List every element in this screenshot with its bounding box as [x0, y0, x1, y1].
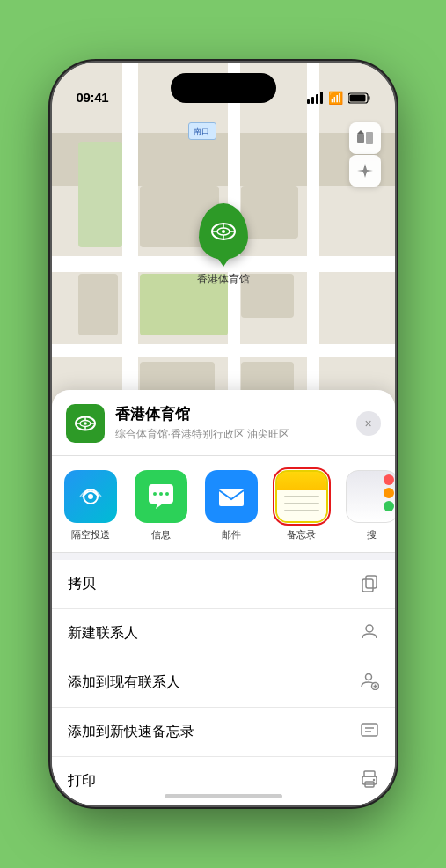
action-new-contact[interactable]: 新建联系人 [52, 609, 395, 658]
svg-point-29 [365, 674, 371, 680]
action-print-label: 打印 [68, 772, 96, 791]
svg-rect-4 [366, 132, 373, 144]
svg-rect-25 [219, 489, 244, 506]
airdrop-icon [64, 470, 117, 523]
battery-icon [348, 92, 370, 104]
marker-pin [199, 203, 248, 260]
print-icon [360, 769, 379, 793]
map-area: 南口 [52, 63, 395, 441]
svg-point-24 [165, 492, 169, 496]
svg-point-39 [372, 779, 374, 781]
svg-point-22 [153, 492, 157, 496]
location-subtitle: 综合体育馆·香港特别行政区 油尖旺区 [115, 427, 346, 442]
action-new-contact-label: 新建联系人 [68, 624, 138, 643]
svg-marker-5 [357, 130, 364, 134]
status-icons: 📶 [307, 91, 370, 105]
location-name: 香港体育馆 [115, 405, 346, 424]
action-quick-memo[interactable]: 添加到新快速备忘录 [52, 708, 395, 757]
phone-screen: 09:41 📶 [52, 63, 395, 805]
status-time: 09:41 [77, 90, 109, 105]
svg-rect-33 [362, 724, 377, 736]
quick-memo-icon [360, 720, 379, 744]
home-indicator [165, 794, 282, 798]
svg-rect-26 [366, 576, 377, 588]
action-add-existing-contact[interactable]: 添加到现有联系人 [52, 658, 395, 708]
marker-label: 香港体育馆 [197, 272, 250, 287]
dynamic-island [171, 73, 276, 103]
location-button[interactable] [349, 155, 381, 187]
airdrop-label: 隔空投送 [71, 528, 110, 541]
notes-label: 备忘录 [287, 528, 316, 541]
action-copy-label: 拷贝 [68, 575, 96, 593]
svg-rect-1 [368, 96, 369, 100]
svg-rect-36 [364, 771, 375, 776]
svg-rect-3 [357, 134, 364, 143]
phone-frame: 09:41 📶 [52, 63, 395, 805]
new-contact-icon [360, 622, 379, 645]
messages-label: 信息 [151, 528, 171, 541]
svg-point-21 [88, 494, 93, 499]
location-app-icon [66, 404, 105, 443]
stadium-marker: 香港体育馆 [197, 203, 250, 287]
more-icon [346, 470, 395, 523]
map-type-button[interactable] [349, 122, 381, 154]
location-info: 香港体育馆 综合体育馆·香港特别行政区 油尖旺区 [115, 405, 346, 441]
svg-point-19 [84, 422, 87, 425]
app-item-notes[interactable]: 备忘录 [270, 470, 333, 541]
bottom-sheet: 香港体育馆 综合体育馆·香港特别行政区 油尖旺区 × [52, 390, 395, 805]
mail-icon [205, 470, 258, 523]
app-item-mail[interactable]: 邮件 [200, 470, 263, 541]
action-add-existing-label: 添加到现有联系人 [68, 673, 180, 692]
svg-point-23 [159, 492, 163, 496]
map-controls[interactable] [349, 122, 381, 187]
action-copy[interactable]: 拷贝 [52, 560, 395, 609]
app-item-airdrop[interactable]: 隔空投送 [59, 470, 122, 541]
more-label: 搜 [367, 528, 377, 541]
app-item-messages[interactable]: 信息 [129, 470, 193, 541]
copy-icon [360, 572, 379, 596]
action-quick-memo-label: 添加到新快速备忘录 [68, 723, 194, 741]
add-contact-icon [360, 671, 379, 695]
signal-icon [307, 92, 323, 104]
svg-point-12 [222, 230, 225, 233]
app-item-more[interactable]: 搜 [340, 470, 395, 541]
svg-point-28 [366, 625, 373, 632]
svg-rect-27 [362, 579, 373, 592]
apps-row: 隔空投送 信息 [52, 456, 395, 553]
wifi-icon: 📶 [328, 91, 343, 105]
close-button[interactable]: × [356, 411, 381, 436]
svg-rect-2 [349, 94, 365, 101]
mail-label: 邮件 [222, 528, 241, 541]
map-label: 南口 [188, 122, 216, 140]
notes-icon [275, 470, 328, 523]
action-list: 拷贝 新建联系人 [52, 560, 395, 805]
messages-icon [135, 470, 187, 523]
location-header: 香港体育馆 综合体育馆·香港特别行政区 油尖旺区 × [52, 390, 395, 456]
